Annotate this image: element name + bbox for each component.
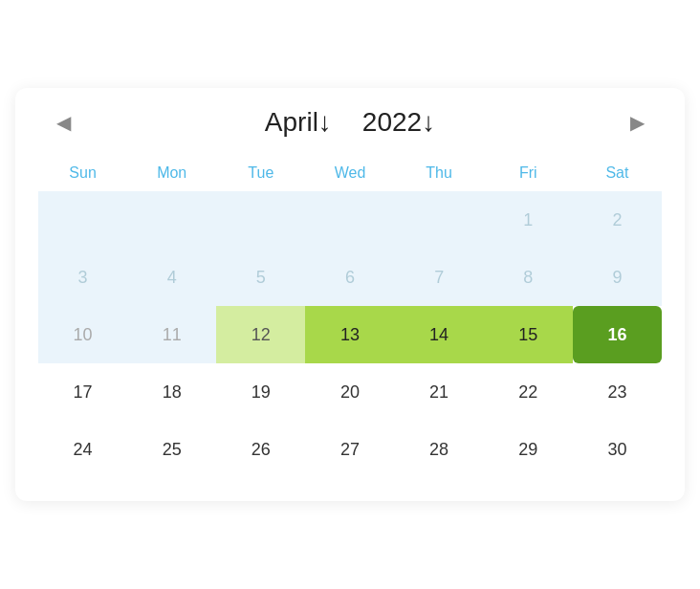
day-cell-28[interactable]: 28 xyxy=(395,421,484,478)
day-cell-16[interactable]: 16 xyxy=(573,306,662,363)
calendar-grid: SunMonTueWedThuFriSat1234567891011121314… xyxy=(38,157,662,478)
day-header-mon: Mon xyxy=(127,157,216,191)
day-cell-empty xyxy=(127,191,216,249)
day-cell-3[interactable]: 3 xyxy=(38,249,127,306)
day-cell-11[interactable]: 11 xyxy=(127,306,216,363)
day-cell-empty xyxy=(38,191,127,249)
day-cell-13[interactable]: 13 xyxy=(305,306,394,363)
day-cell-5[interactable]: 5 xyxy=(216,249,305,306)
day-cell-22[interactable]: 22 xyxy=(484,363,573,421)
day-cell-17[interactable]: 17 xyxy=(38,363,127,421)
prev-month-button[interactable]: ◀ xyxy=(46,105,80,140)
day-cell-8[interactable]: 8 xyxy=(484,249,573,306)
day-cell-4[interactable]: 4 xyxy=(127,249,216,306)
day-cell-21[interactable]: 21 xyxy=(395,363,484,421)
day-header-fri: Fri xyxy=(484,157,573,191)
day-cell-7[interactable]: 7 xyxy=(395,249,484,306)
day-cell-9[interactable]: 9 xyxy=(573,249,662,306)
month-selector[interactable]: April↓ xyxy=(265,107,332,138)
day-cell-6[interactable]: 6 xyxy=(305,249,394,306)
day-cell-24[interactable]: 24 xyxy=(38,421,127,478)
day-cell-30[interactable]: 30 xyxy=(573,421,662,478)
year-selector[interactable]: 2022↓ xyxy=(362,107,435,138)
day-cell-18[interactable]: 18 xyxy=(127,363,216,421)
header-center: April↓ 2022↓ xyxy=(265,107,435,138)
next-month-button[interactable]: ▶ xyxy=(620,105,654,140)
day-header-sun: Sun xyxy=(38,157,127,191)
calendar: ◀ April↓ 2022↓ ▶ SunMonTueWedThuFriSat12… xyxy=(15,88,685,501)
day-cell-empty xyxy=(305,191,394,249)
day-cell-empty xyxy=(395,191,484,249)
day-cell-29[interactable]: 29 xyxy=(484,421,573,478)
day-cell-14[interactable]: 14 xyxy=(395,306,484,363)
day-cell-10[interactable]: 10 xyxy=(38,306,127,363)
day-cell-2[interactable]: 2 xyxy=(573,191,662,249)
day-cell-19[interactable]: 19 xyxy=(216,363,305,421)
day-header-tue: Tue xyxy=(216,157,305,191)
day-cell-15[interactable]: 15 xyxy=(484,306,573,363)
day-cell-20[interactable]: 20 xyxy=(305,363,394,421)
next-icon: ▶ xyxy=(630,111,645,134)
day-cell-1[interactable]: 1 xyxy=(484,191,573,249)
day-cell-12[interactable]: 12 xyxy=(216,306,305,363)
day-header-sat: Sat xyxy=(573,157,662,191)
day-header-thu: Thu xyxy=(395,157,484,191)
day-cell-27[interactable]: 27 xyxy=(305,421,394,478)
day-cell-25[interactable]: 25 xyxy=(127,421,216,478)
day-cell-23[interactable]: 23 xyxy=(573,363,662,421)
calendar-header: ◀ April↓ 2022↓ ▶ xyxy=(38,105,662,140)
day-cell-empty xyxy=(216,191,305,249)
prev-icon: ◀ xyxy=(56,111,71,134)
day-header-wed: Wed xyxy=(305,157,394,191)
day-cell-26[interactable]: 26 xyxy=(216,421,305,478)
